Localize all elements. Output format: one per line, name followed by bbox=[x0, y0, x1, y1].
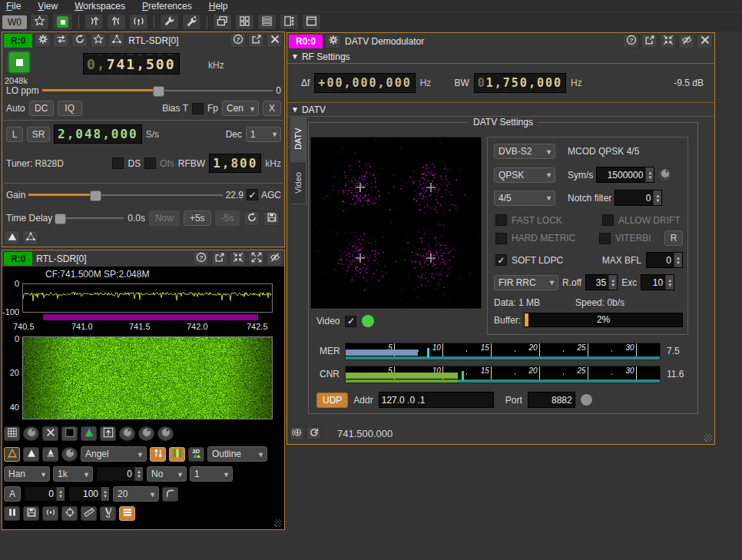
spectrum-hide-button[interactable] bbox=[267, 251, 283, 266]
fast-lock-checkbox[interactable] bbox=[495, 214, 507, 226]
spectrum-shrink-button[interactable] bbox=[230, 251, 246, 266]
channel-marker-band[interactable] bbox=[43, 314, 258, 320]
channel-close-button[interactable] bbox=[697, 34, 713, 48]
demod-panel-header[interactable]: R0:0 DATV Demodulator ? bbox=[287, 33, 714, 49]
menu-workspaces[interactable]: Workspaces bbox=[75, 1, 125, 11]
channel-settings-button[interactable] bbox=[325, 34, 341, 48]
contrast-knob[interactable] bbox=[119, 426, 135, 441]
feature-presets-button[interactable] bbox=[30, 14, 49, 30]
add-tx-device-button[interactable] bbox=[107, 14, 126, 30]
device-close-button[interactable] bbox=[267, 33, 283, 48]
cascade-windows-button[interactable] bbox=[213, 14, 232, 30]
iq-correction-button[interactable]: IQ bbox=[58, 101, 82, 116]
workspace-label[interactable]: W0 bbox=[2, 15, 27, 29]
modulation-dropdown[interactable]: QPSK▾ bbox=[494, 167, 555, 183]
channel-help-button[interactable]: ? bbox=[623, 34, 639, 48]
offset-spinner[interactable]: 0▲▼ bbox=[96, 466, 144, 482]
spectrum-plot[interactable] bbox=[22, 283, 273, 313]
spectrum-help-button[interactable]: ? bbox=[193, 251, 209, 266]
device-help-button[interactable]: ? bbox=[230, 33, 246, 48]
waterfall-direction-button[interactable] bbox=[100, 426, 116, 441]
channel-shrink-button[interactable] bbox=[660, 34, 676, 48]
auto-ref-button[interactable]: A bbox=[4, 486, 21, 502]
record-save-button[interactable] bbox=[263, 211, 280, 226]
averaging-dropdown[interactable]: Han▾ bbox=[4, 466, 50, 482]
symrate-spinner[interactable]: 1500000▲▼ bbox=[596, 167, 654, 183]
exc-spinner[interactable]: 10▲▼ bbox=[641, 274, 674, 290]
log-lin-button[interactable] bbox=[162, 487, 178, 502]
autoscale-button[interactable] bbox=[150, 447, 166, 462]
device-start-stop-button[interactable] bbox=[8, 51, 31, 74]
spectrum-toggle-button[interactable] bbox=[4, 230, 20, 245]
start-all-devices-button[interactable] bbox=[52, 13, 73, 31]
udp-button[interactable]: UDP bbox=[316, 393, 348, 408]
clear-spectrum-button[interactable] bbox=[42, 426, 58, 441]
measure-button[interactable] bbox=[100, 506, 116, 521]
decay-knob[interactable] bbox=[61, 447, 78, 462]
tab-datv[interactable]: DATV bbox=[290, 118, 306, 161]
filter-dropdown[interactable]: FIR RRC▾ bbox=[494, 275, 558, 290]
replay-loop-button[interactable] bbox=[243, 211, 260, 226]
histogram-button[interactable] bbox=[169, 447, 185, 462]
level-knob[interactable] bbox=[157, 426, 174, 441]
device-undock-button[interactable] bbox=[248, 33, 264, 48]
save-spectrum-button[interactable] bbox=[23, 506, 39, 521]
symrate-knob[interactable] bbox=[658, 167, 672, 182]
delta-f-dial[interactable]: +00,000,000 bbox=[314, 73, 415, 93]
style-dropdown[interactable]: Outline▾ bbox=[207, 446, 267, 462]
addr-field[interactable]: 127.0 .0 .1 bbox=[379, 392, 494, 408]
waterfall[interactable] bbox=[22, 336, 273, 419]
hard-metric-checkbox[interactable] bbox=[495, 233, 507, 244]
transverter-button[interactable]: X bbox=[263, 101, 281, 116]
decimation-dropdown[interactable]: 1▾ bbox=[246, 127, 281, 142]
rfbw-dial[interactable]: 1,800 bbox=[209, 154, 261, 173]
normalize-windows-button[interactable] bbox=[302, 14, 321, 30]
ref-level-spinner[interactable]: 0▲▼ bbox=[24, 486, 65, 502]
device-change-button[interactable] bbox=[53, 33, 69, 48]
lock-button[interactable]: L bbox=[6, 127, 23, 142]
stack-windows-button[interactable] bbox=[257, 14, 277, 30]
minus5s-button[interactable]: -5s bbox=[215, 210, 240, 226]
notch-spinner[interactable]: 0▲▼ bbox=[614, 190, 662, 206]
device-reload-button[interactable] bbox=[71, 33, 88, 48]
bw-dial[interactable]: 01,750,000 bbox=[474, 73, 566, 93]
calibration-button[interactable] bbox=[61, 506, 78, 521]
menu-help[interactable]: Help bbox=[209, 1, 228, 11]
resize-grip[interactable] bbox=[704, 434, 712, 442]
agc-checkbox[interactable]: ✓ bbox=[247, 189, 258, 200]
menu-preferences[interactable]: Preferences bbox=[142, 1, 192, 11]
freeze-button[interactable] bbox=[4, 506, 20, 521]
frequency-dial[interactable]: 0,741,500 bbox=[83, 53, 180, 75]
ds-checkbox[interactable] bbox=[112, 157, 124, 169]
spectrum-maximize-button[interactable] bbox=[248, 251, 264, 266]
channel-undock-button[interactable] bbox=[641, 34, 658, 48]
gradient-button[interactable] bbox=[81, 426, 97, 441]
menu-view[interactable]: View bbox=[38, 1, 58, 11]
truncate-dropdown[interactable]: No▾ bbox=[147, 466, 187, 482]
spectrum-panel-header[interactable]: R:0 RTL-SDR[0] ? bbox=[2, 250, 284, 267]
wsspectrum-button[interactable] bbox=[42, 506, 58, 521]
sync-frequency-button[interactable] bbox=[306, 426, 321, 440]
tile-windows-button[interactable] bbox=[235, 14, 254, 30]
bias-t-checkbox[interactable] bbox=[192, 103, 204, 114]
port-field[interactable]: 8882 bbox=[528, 392, 575, 408]
channels-toggle-button[interactable] bbox=[22, 230, 38, 245]
rf-settings-section[interactable]: ▼ RF Settings bbox=[287, 50, 714, 64]
maxbfl-spinner[interactable]: 0▲▼ bbox=[646, 252, 683, 268]
device-panel-header[interactable]: R:0 RTL-SDR[0] ? bbox=[2, 32, 284, 48]
markers-button[interactable] bbox=[81, 506, 97, 521]
soft-ldpc-checkbox[interactable]: ✓ bbox=[495, 254, 507, 266]
max-hold-button[interactable] bbox=[4, 447, 20, 462]
lo-ppm-slider[interactable] bbox=[42, 85, 273, 96]
ofs-checkbox[interactable] bbox=[144, 157, 156, 169]
tab-video[interactable]: Video bbox=[290, 161, 306, 204]
datv-section[interactable]: ▼ DATV bbox=[287, 102, 714, 117]
avg-trace-button[interactable] bbox=[42, 447, 58, 462]
fcpos-dropdown[interactable]: Cen▾ bbox=[222, 101, 259, 116]
brightness-knob[interactable] bbox=[23, 426, 39, 441]
plus5s-button[interactable]: +5s bbox=[184, 210, 211, 226]
rolloff-spinner[interactable]: 35▲▼ bbox=[585, 274, 618, 290]
dc-correction-button[interactable]: DC bbox=[29, 101, 54, 116]
gamma-knob[interactable] bbox=[138, 426, 154, 441]
spectrum-undock-button[interactable] bbox=[211, 251, 227, 266]
